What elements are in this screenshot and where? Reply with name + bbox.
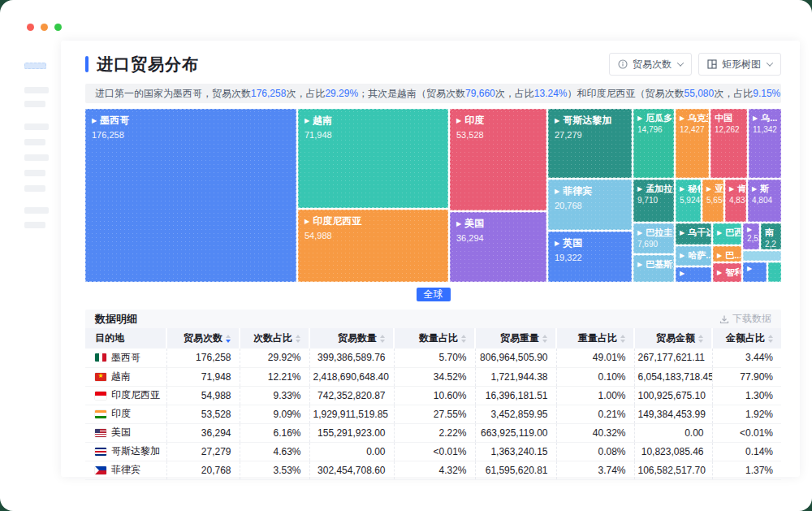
treemap-node-value: 5,924 <box>680 196 697 205</box>
treemap-node-墨西哥[interactable]: ▶墨西哥176,258 <box>85 109 296 282</box>
data-cell: 34.52% <box>394 367 475 386</box>
metric-select-label: 贸易次数 <box>633 58 672 71</box>
treemap-node-印度[interactable]: ▶印度53,528 <box>450 109 546 210</box>
treemap-node[interactable] <box>768 262 781 282</box>
treemap-node-越南[interactable]: ▶越南71,948 <box>298 109 448 208</box>
table-row-菲律宾: 菲律宾20,7683.53%302,454,708.604.32%61,595,… <box>85 461 781 479</box>
summary-text: 次，占比 <box>495 88 534 99</box>
sidebar-item-placeholder[interactable] <box>24 101 45 107</box>
data-cell: 806,964,505.90 <box>475 349 556 367</box>
column-header-label: 金额占比 <box>726 331 765 345</box>
summary-highlight-value: 176,258 <box>251 88 286 99</box>
treemap-node[interactable] <box>743 251 781 261</box>
data-cell: 0.14% <box>712 442 781 461</box>
treemap-node-巴西[interactable]: ▶巴西 <box>713 223 741 245</box>
treemap-node-label: 秘鲁 <box>688 183 701 195</box>
treemap-node[interactable]: ▶2,5 <box>743 223 759 249</box>
data-cell: 3,452,859.95 <box>475 405 556 423</box>
treemap-node-label: 巴... <box>725 249 741 262</box>
expand-arrow-icon: ▶ <box>555 188 559 195</box>
sort-carets-icon[interactable] <box>226 335 231 343</box>
treemap-node-美国[interactable]: ▶美国36,294 <box>450 212 546 282</box>
sidebar-item-placeholder[interactable] <box>24 170 45 176</box>
treemap-node-乌干达[interactable]: ▶乌干达 <box>676 223 711 245</box>
treemap-node-英国[interactable]: ▶英国19,322 <box>548 232 632 282</box>
sort-carets-icon[interactable] <box>380 335 385 343</box>
sort-carets-icon[interactable] <box>542 335 547 343</box>
treemap-node-label: 肯 <box>737 183 746 195</box>
breadcrumb-global-button[interactable]: 全球 <box>417 288 451 301</box>
column-header-数量占比[interactable]: 数量占比 <box>394 328 475 349</box>
minimize-window-button[interactable] <box>41 24 48 31</box>
treemap-node-value: 11,342 <box>753 125 777 134</box>
close-window-button[interactable] <box>27 24 34 31</box>
maximize-window-button[interactable] <box>54 24 62 31</box>
sidebar-item-placeholder[interactable] <box>24 123 49 130</box>
expand-arrow-icon: ▶ <box>680 186 685 193</box>
data-cell: 3.74% <box>556 461 634 479</box>
treemap-node-label: 中国 <box>715 112 732 124</box>
column-header-贸易次数[interactable]: 贸易次数 <box>166 328 240 349</box>
column-header-次数占比[interactable]: 次数占比 <box>240 328 309 349</box>
sidebar-item-placeholder[interactable] <box>24 63 46 69</box>
treemap-node-乌...[interactable]: ▶乌...11,342 <box>749 109 781 178</box>
treemap-node-label: 孟加拉国 <box>646 183 674 195</box>
treemap-node-巴...[interactable]: ▶巴... <box>713 246 741 262</box>
download-data-button[interactable]: 下载数据 <box>719 312 771 326</box>
treemap-node-秘鲁[interactable]: ▶秘鲁5,924 <box>676 180 701 222</box>
sidebar-item-placeholder[interactable] <box>24 185 45 192</box>
data-cell: 10.60% <box>394 386 475 405</box>
treemap-node-智利[interactable]: ▶智利 <box>713 263 741 282</box>
sort-carets-icon[interactable] <box>461 335 466 343</box>
treemap-node-label: 印度 <box>464 114 484 128</box>
treemap-node-巴基斯坦[interactable]: ▶巴基斯坦 <box>633 255 674 282</box>
treemap-node-印度尼西亚[interactable]: ▶印度尼西亚54,988 <box>298 210 448 282</box>
data-cell: 399,386,589.76 <box>309 349 394 367</box>
column-header-重量占比[interactable]: 重量占比 <box>556 328 634 349</box>
treemap-node-亚[interactable]: ▶亚5,650 <box>702 180 723 222</box>
sidebar-item-placeholder[interactable] <box>24 222 45 228</box>
treemap-node-肯[interactable]: ▶肯4,836 <box>725 180 746 222</box>
country-name: 美国 <box>111 426 131 440</box>
column-header-贸易重量[interactable]: 贸易重量 <box>475 328 556 349</box>
sort-carets-icon[interactable] <box>296 335 300 343</box>
country-name: 哥斯达黎加 <box>111 444 160 458</box>
sort-carets-icon[interactable] <box>768 335 773 343</box>
treemap-node-厄瓜多尔[interactable]: ▶厄瓜多尔14,796 <box>633 109 674 178</box>
sidebar-item-placeholder[interactable] <box>24 154 49 161</box>
expand-arrow-icon: ▶ <box>555 118 559 124</box>
treemap-node-value: 20,768 <box>555 201 625 210</box>
treemap-node-菲律宾[interactable]: ▶菲律宾20,768 <box>548 180 632 230</box>
treemap-node[interactable]: ▶ <box>743 262 767 282</box>
sort-carets-icon[interactable] <box>698 335 703 343</box>
column-header-label: 贸易数量 <box>338 331 377 345</box>
summary-highlight-value: 29.29% <box>325 88 358 99</box>
sidebar-item-placeholder[interactable] <box>24 207 49 214</box>
sort-carets-icon[interactable] <box>620 335 625 343</box>
treemap-node-哥斯达黎加[interactable]: ▶哥斯达黎加27,279 <box>548 109 632 178</box>
chart-type-select[interactable]: 矩形树图 <box>698 53 781 76</box>
treemap-node-哈萨...[interactable]: ▶哈萨... <box>676 246 711 266</box>
metric-select[interactable]: 贸易次数 <box>609 53 692 76</box>
column-header-贸易数量[interactable]: 贸易数量 <box>309 328 394 349</box>
treemap-node-乌克兰[interactable]: ▶乌克兰12,427 <box>676 109 709 178</box>
treemap-node[interactable]: ▶ <box>676 267 711 282</box>
treemap-node-label: 越南 <box>313 114 332 128</box>
treemap-node-巴拉圭[interactable]: ▶巴拉圭7,690 <box>633 223 674 253</box>
column-header-贸易金额[interactable]: 贸易金额 <box>634 328 712 349</box>
data-cell: 302,454,708.60 <box>309 461 394 479</box>
main-panel: 进口贸易分布 贸易次数 矩形树图 进口第一的国家为墨西哥，贸易次数176,258… <box>61 41 800 477</box>
data-cell: 1,363,240.15 <box>475 442 556 461</box>
treemap-node-斯[interactable]: ▶斯4,804 <box>748 180 781 222</box>
treemap-node-南[interactable]: 南2,2 <box>761 223 781 249</box>
treemap-node-孟加拉国[interactable]: ▶孟加拉国9,710 <box>633 180 674 222</box>
treemap-node-label: 厄瓜多尔 <box>646 112 674 124</box>
sidebar-item-placeholder[interactable] <box>24 139 45 145</box>
treemap-node-中国[interactable]: 中国12,262 <box>710 109 747 178</box>
expand-arrow-icon: ▶ <box>637 186 642 193</box>
sidebar-item-placeholder[interactable] <box>24 87 49 93</box>
summary-text: ）和印度尼西亚（贸易次数 <box>568 88 685 99</box>
country-name: 菲律宾 <box>111 463 140 477</box>
expand-arrow-icon: ▶ <box>680 230 685 236</box>
column-header-金额占比[interactable]: 金额占比 <box>712 328 781 349</box>
